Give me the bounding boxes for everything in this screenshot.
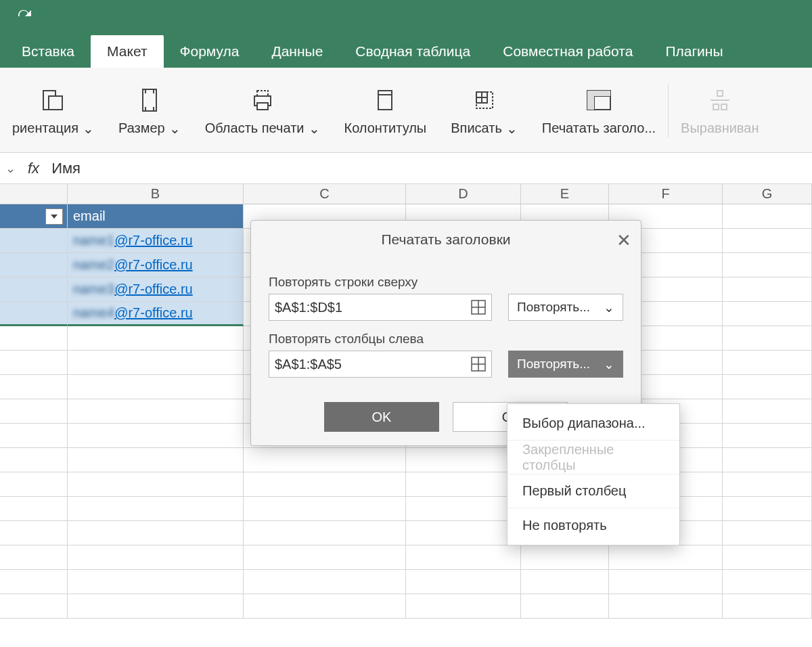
email-link[interactable]: @r7-office.ru [114, 305, 193, 321]
cell[interactable] [723, 326, 812, 351]
table-header-email[interactable]: email [68, 204, 244, 229]
tab-formula[interactable]: Формула [164, 35, 256, 68]
tab-plugins[interactable]: Плагины [649, 35, 739, 68]
tab-layout[interactable]: Макет [91, 35, 163, 68]
cell[interactable] [68, 594, 244, 619]
ok-button[interactable]: OK [324, 402, 439, 432]
email-link[interactable]: @r7-office.ru [114, 233, 193, 248]
cell[interactable] [68, 545, 244, 570]
cell[interactable] [723, 448, 812, 472]
cell[interactable] [406, 545, 521, 570]
menu-item-first-col[interactable]: Первый столбец [508, 474, 679, 508]
rows-repeat-combo[interactable]: Повторять... ⌄ [508, 294, 623, 321]
close-icon[interactable]: ✕ [616, 230, 631, 251]
tab-data[interactable]: Данные [255, 35, 339, 68]
cell[interactable] [244, 570, 406, 594]
cell[interactable] [0, 375, 68, 399]
cell[interactable] [68, 570, 244, 594]
cell[interactable] [723, 204, 812, 229]
email-cell[interactable]: name2@r7-office.ru [68, 253, 244, 277]
cell[interactable] [723, 229, 812, 253]
menu-item-select-range[interactable]: Выбор диапазона... [508, 407, 679, 441]
cell[interactable] [723, 424, 812, 448]
cols-repeat-combo[interactable]: Повторять... ⌄ [508, 351, 623, 378]
tab-collab[interactable]: Совместная работа [487, 35, 649, 68]
redo-icon[interactable] [16, 8, 32, 22]
filter-dropdown-icon[interactable] [45, 208, 63, 225]
filter-cell[interactable] [0, 204, 68, 229]
fx-label[interactable]: fx [22, 160, 45, 177]
cell[interactable] [723, 545, 812, 570]
cell[interactable] [68, 326, 244, 351]
rows-range-input[interactable]: $A$1:$D$1 [269, 294, 492, 321]
cell[interactable] [609, 545, 723, 570]
cell[interactable] [723, 521, 812, 545]
cell[interactable] [723, 594, 812, 619]
cell[interactable] [723, 277, 812, 302]
cell[interactable] [723, 253, 812, 277]
cell[interactable] [723, 472, 812, 497]
cell[interactable] [244, 594, 406, 619]
tab-pivot[interactable]: Сводная таблица [339, 35, 487, 68]
ribbon-print-area[interactable]: Область печати⌄ [193, 68, 332, 152]
col-header-e[interactable]: E [521, 184, 609, 204]
cell[interactable] [406, 570, 521, 594]
cell[interactable] [406, 448, 521, 472]
cell[interactable] [0, 302, 68, 326]
cell[interactable] [521, 570, 609, 594]
ribbon-orientation[interactable]: риентация⌄ [0, 68, 106, 152]
cell[interactable] [406, 594, 521, 619]
cell[interactable] [521, 545, 609, 570]
ribbon-print-titles[interactable]: Печатать заголо... [530, 68, 668, 152]
email-cell[interactable]: name4@r7-office.ru [68, 302, 244, 326]
cell[interactable] [68, 399, 244, 424]
cell[interactable] [0, 399, 68, 424]
cell[interactable] [0, 253, 68, 277]
cell[interactable] [68, 351, 244, 375]
cols-range-input[interactable]: $A$1:$A$5 [269, 351, 492, 378]
cell[interactable] [609, 570, 723, 594]
cell[interactable] [244, 545, 406, 570]
tab-insert[interactable]: Вставка [5, 35, 91, 68]
range-picker-icon[interactable] [471, 300, 486, 315]
cell[interactable] [0, 277, 68, 302]
cell[interactable] [406, 497, 521, 521]
cell[interactable] [0, 448, 68, 472]
cell[interactable] [0, 424, 68, 448]
cell[interactable] [0, 545, 68, 570]
email-link[interactable]: @r7-office.ru [114, 257, 193, 273]
col-header-a[interactable] [0, 184, 68, 204]
cell[interactable] [0, 594, 68, 619]
cell[interactable] [0, 497, 68, 521]
cell[interactable] [723, 351, 812, 375]
cell[interactable] [244, 448, 406, 472]
col-header-f[interactable]: F [609, 184, 723, 204]
cell[interactable] [68, 448, 244, 472]
cell[interactable] [68, 497, 244, 521]
col-header-b[interactable]: B [68, 184, 244, 204]
cell[interactable] [0, 570, 68, 594]
cell[interactable] [0, 351, 68, 375]
name-box-chevron-icon[interactable]: ⌄ [5, 161, 16, 176]
cell[interactable] [68, 472, 244, 497]
ribbon-fit[interactable]: Вписать⌄ [438, 68, 530, 152]
cell[interactable] [244, 521, 406, 545]
cell[interactable] [723, 375, 812, 399]
cell[interactable] [68, 521, 244, 545]
cell[interactable] [0, 229, 68, 253]
email-cell[interactable]: name3@r7-office.ru [68, 277, 244, 302]
cell[interactable] [609, 594, 723, 619]
email-link[interactable]: @r7-office.ru [114, 282, 193, 297]
ribbon-size[interactable]: Размер⌄ [106, 68, 193, 152]
col-header-g[interactable]: G [723, 184, 812, 204]
ribbon-headers-footers[interactable]: Колонтитулы [332, 68, 439, 152]
cell[interactable] [723, 302, 812, 326]
menu-item-no-repeat[interactable]: Не повторять [508, 508, 679, 542]
col-header-d[interactable]: D [406, 184, 521, 204]
cell[interactable] [244, 472, 406, 497]
cell[interactable] [723, 570, 812, 594]
cell[interactable] [68, 375, 244, 399]
cell[interactable] [406, 472, 521, 497]
cell[interactable] [723, 399, 812, 424]
range-picker-icon[interactable] [471, 357, 486, 372]
